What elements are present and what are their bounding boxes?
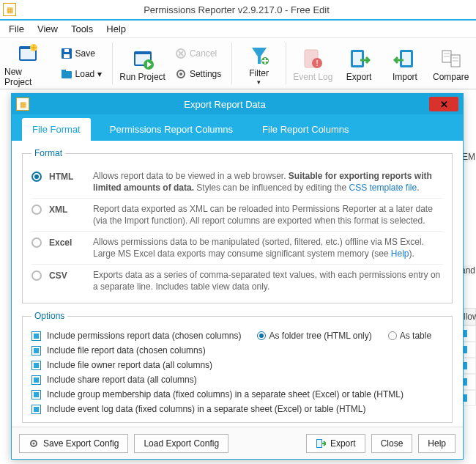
- checkbox-group[interactable]: [31, 390, 41, 399]
- ribbon-separator: [112, 43, 113, 84]
- svg-rect-27: [317, 440, 321, 447]
- menu-help[interactable]: Help: [106, 23, 126, 34]
- option-include-share: Include share report data (all columns): [31, 372, 443, 387]
- option-include-file: Include file report data (chosen columns…: [31, 343, 443, 358]
- format-name: XML: [49, 203, 86, 216]
- format-name: HTML: [49, 170, 86, 183]
- format-desc: Allows permissions data to be manipulate…: [93, 236, 443, 259]
- ribbon-export[interactable]: Export: [338, 40, 380, 87]
- ribbon-separator: [231, 43, 232, 84]
- excel-help-link[interactable]: Help: [391, 248, 409, 259]
- export-dialog: ▦ Export Report Data ✕ File Format Permi…: [11, 93, 464, 460]
- menu-bar: File View Tools Help: [0, 21, 476, 38]
- format-option-xml[interactable]: XML Report data exported as XML can be r…: [31, 199, 443, 232]
- ribbon-separator: [286, 43, 286, 84]
- option-include-group: Include group membership data (fixed col…: [31, 387, 443, 402]
- ribbon-filter[interactable]: Filter▾: [238, 40, 280, 87]
- dialog-title-bar: ▦ Export Report Data ✕: [12, 94, 463, 114]
- menu-tools[interactable]: Tools: [71, 23, 93, 34]
- app-title: Permissions Reporter v2.9.217.0 - Free E…: [22, 4, 473, 15]
- radio-as-table[interactable]: As table: [388, 331, 431, 341]
- help-button[interactable]: Help: [418, 434, 455, 453]
- tab-permissions-columns[interactable]: Permissions Report Columns: [100, 118, 243, 141]
- svg-rect-21: [402, 52, 411, 65]
- dialog-footer: Save Export Config Load Export Config Ex…: [12, 427, 463, 459]
- close-icon: ✕: [440, 99, 448, 110]
- options-legend: Options: [31, 311, 67, 321]
- checkbox-share[interactable]: [31, 375, 41, 385]
- save-export-config-button[interactable]: Save Export Config: [19, 434, 128, 453]
- app-icon: ▦: [3, 3, 16, 16]
- ribbon-save-load: Save Load ▾: [56, 40, 107, 87]
- cancel-icon: [175, 48, 187, 59]
- format-desc: Report data exported as XML can be reloa…: [93, 203, 443, 227]
- dialog-tabs: File Format Permissions Report Columns F…: [12, 114, 463, 141]
- radio-excel[interactable]: [31, 237, 42, 248]
- ribbon-new-project[interactable]: New Project: [4, 40, 52, 87]
- radio-icon: [257, 331, 266, 340]
- format-legend: Format: [31, 148, 65, 158]
- menu-file[interactable]: File: [9, 23, 24, 34]
- svg-rect-6: [62, 71, 72, 78]
- event-log-icon: !: [301, 47, 324, 70]
- format-group: Format HTML Allows report data to be vie…: [22, 148, 453, 303]
- svg-text:!: !: [316, 59, 319, 67]
- run-project-icon: [131, 47, 155, 70]
- ribbon-import[interactable]: Import: [384, 40, 426, 87]
- ribbon-settings[interactable]: Settings: [171, 66, 226, 82]
- ribbon-cancel[interactable]: Cancel: [171, 45, 226, 62]
- save-icon: [61, 48, 72, 59]
- bg-column-fragment: EM: [462, 152, 475, 162]
- format-option-csv[interactable]: CSV Exports data as a series of comma-se…: [31, 265, 443, 297]
- option-include-owner: Include file owner report data (all colu…: [31, 358, 443, 372]
- compare-icon: [439, 47, 463, 70]
- option-include-permissions: Include permissions report data (chosen …: [31, 328, 443, 343]
- ribbon-save[interactable]: Save: [56, 45, 107, 62]
- title-bar: ▦ Permissions Reporter v2.9.217.0 - Free…: [0, 0, 476, 21]
- dialog-title: Export Report Data: [35, 99, 429, 110]
- new-project-icon: [16, 42, 40, 65]
- format-option-excel[interactable]: Excel Allows permissions data to be mani…: [31, 232, 443, 265]
- svg-rect-19: [353, 52, 362, 65]
- ribbon-load[interactable]: Load ▾: [56, 66, 107, 82]
- radio-as-folder-tree[interactable]: As folder tree (HTML only): [257, 331, 371, 341]
- svg-rect-4: [64, 54, 70, 58]
- radio-xml[interactable]: [31, 205, 42, 215]
- format-desc: Allows report data to be viewed in a web…: [93, 170, 443, 194]
- checkbox-owner[interactable]: [31, 361, 41, 370]
- format-name: CSV: [49, 269, 86, 282]
- checkbox-permissions[interactable]: [31, 331, 41, 341]
- export-button[interactable]: Export: [306, 434, 365, 453]
- svg-point-25: [33, 442, 35, 444]
- tab-file-columns[interactable]: File Report Columns: [252, 118, 360, 141]
- menu-view[interactable]: View: [37, 23, 58, 34]
- chevron-down-icon: ▾: [97, 69, 102, 79]
- settings-icon: [175, 68, 187, 80]
- checkbox-file[interactable]: [31, 346, 41, 356]
- checkbox-eventlog[interactable]: [31, 405, 41, 414]
- svg-rect-5: [64, 49, 69, 52]
- format-option-html[interactable]: HTML Allows report data to be viewed in …: [31, 166, 443, 199]
- ribbon-event-log[interactable]: ! Event Log: [292, 40, 334, 87]
- ribbon-cancel-settings: Cancel Settings: [171, 40, 226, 87]
- option-include-eventlog: Include event log data (fixed columns) i…: [31, 402, 443, 416]
- ribbon-run-project[interactable]: Run Project: [119, 40, 166, 87]
- svg-rect-7: [62, 70, 66, 72]
- tab-file-format[interactable]: File Format: [22, 118, 91, 141]
- radio-html[interactable]: [31, 172, 42, 182]
- radio-csv[interactable]: [31, 270, 42, 281]
- css-template-link[interactable]: CSS template file: [349, 183, 417, 193]
- dialog-close-button[interactable]: ✕: [429, 97, 458, 111]
- options-group: Options Include permissions report data …: [22, 311, 453, 423]
- filter-icon: [248, 43, 271, 67]
- dialog-icon: ▦: [16, 97, 29, 111]
- gear-icon: [29, 438, 39, 449]
- ribbon: New Project Save Load ▾ Run Project: [0, 38, 476, 89]
- ribbon-compare[interactable]: Compare: [430, 40, 472, 87]
- close-button[interactable]: Close: [371, 434, 413, 453]
- load-export-config-button[interactable]: Load Export Config: [134, 434, 228, 453]
- import-icon: [393, 47, 417, 70]
- dialog-body: Format HTML Allows report data to be vie…: [12, 141, 463, 427]
- format-name: Excel: [49, 236, 86, 249]
- load-icon: [61, 68, 72, 80]
